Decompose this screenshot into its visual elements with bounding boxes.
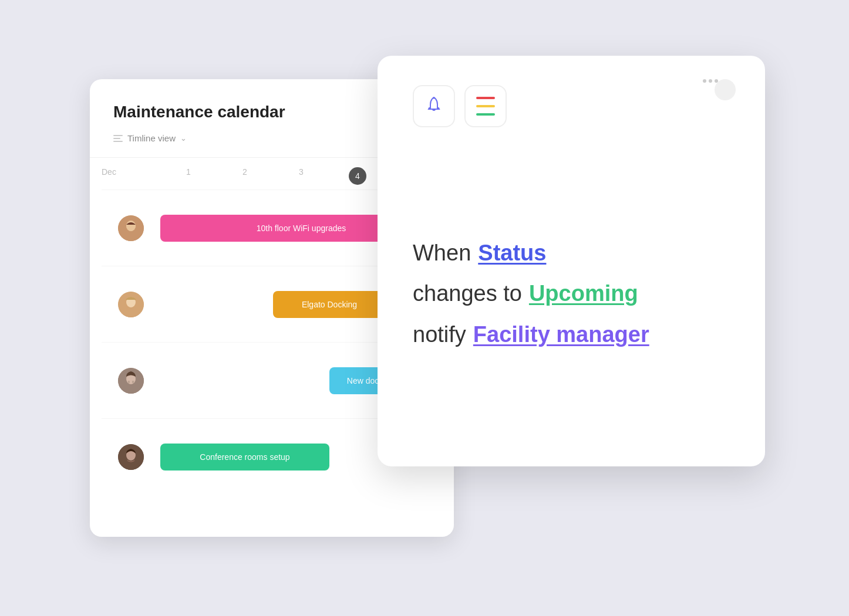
avatar-cell [102, 215, 160, 241]
bell-icon [424, 95, 443, 118]
avatar-cell [102, 444, 160, 470]
when-prefix: When [413, 239, 471, 268]
avatar [118, 292, 144, 317]
priority-icon-box[interactable] [464, 85, 507, 127]
notification-icons [413, 85, 730, 127]
avatar [118, 368, 144, 394]
bell-icon-box[interactable] [413, 85, 455, 127]
svg-rect-10 [128, 381, 130, 383]
notify-prefix: notify [413, 320, 466, 349]
day-3: 3 [273, 167, 329, 185]
dot [703, 79, 706, 83]
avatar-cell [102, 368, 160, 394]
notification-content: When Status changes to Upcoming notify F… [413, 151, 730, 437]
manager-keyword: Facility manager [473, 320, 649, 349]
notification-card: When Status changes to Upcoming notify F… [378, 56, 765, 466]
circle-button[interactable] [715, 79, 736, 100]
scene: Maintenance calendar Timline view ⌄ Dec … [72, 44, 777, 572]
changes-prefix: changes to [413, 279, 522, 308]
view-dropdown-arrow[interactable]: ⌄ [180, 134, 187, 143]
month-label: Dec [102, 167, 160, 185]
upcoming-keyword: Upcoming [529, 279, 638, 308]
task-conference[interactable]: Conference rooms setup [160, 444, 329, 471]
priority-lines-icon [476, 97, 495, 116]
filter-icon [113, 135, 123, 142]
svg-point-15 [433, 97, 435, 99]
notif-line-1: When Status [413, 239, 730, 268]
avatar [118, 215, 144, 241]
avatar-cell [102, 292, 160, 317]
notif-line-2: changes to Upcoming [413, 279, 730, 308]
dot [709, 79, 712, 83]
svg-rect-11 [132, 381, 134, 383]
avatar [118, 444, 144, 470]
day-4-today: 4 [349, 167, 366, 185]
three-dots-menu[interactable] [703, 79, 718, 83]
status-keyword: Status [478, 239, 546, 268]
task-elgato[interactable]: Elgato Docking [273, 291, 386, 318]
notif-line-3: notify Facility manager [413, 320, 730, 349]
view-label: Timline view [127, 133, 176, 143]
day-1: 1 [160, 167, 217, 185]
day-2: 2 [217, 167, 273, 185]
svg-point-3 [126, 221, 136, 231]
